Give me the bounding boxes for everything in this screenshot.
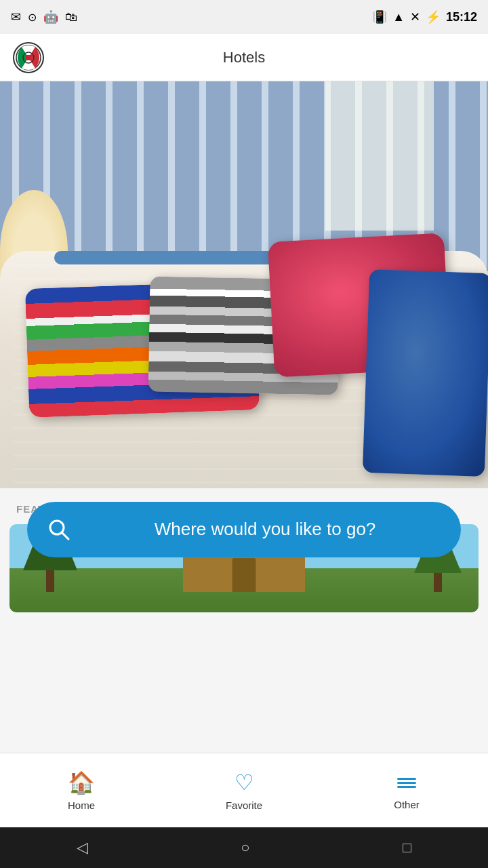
search-label: Where would you like to go? (85, 518, 445, 541)
menu-icon (397, 770, 416, 795)
window (325, 81, 434, 231)
status-icons-left: ✉ ⊙ 🤖 🛍 (11, 9, 77, 24)
app-bar: Hotels (0, 34, 488, 81)
battery-icon: ⚡ (426, 9, 441, 24)
circle-icon: ⊙ (28, 11, 37, 24)
android-icon: 🤖 (43, 9, 58, 24)
search-icon (43, 514, 75, 545)
favorite-label: Favorite (226, 800, 262, 811)
signal-icon: ✕ (410, 9, 420, 24)
nav-item-home[interactable]: 🏠 Home (0, 770, 163, 811)
status-icons-right: 📳 ▲ ✕ ⚡ 15:12 (372, 9, 477, 24)
home-label: Home (68, 800, 95, 811)
vibrate-icon: 📳 (372, 9, 387, 24)
nav-item-favorite[interactable]: ♡ Favorite (163, 770, 325, 811)
hero-image (0, 81, 488, 488)
wifi-icon: ▲ (392, 10, 405, 24)
status-bar: ✉ ⊙ 🤖 🛍 📳 ▲ ✕ ⚡ 15:12 (0, 0, 488, 34)
svg-rect-3 (26, 55, 31, 60)
page-title: Hotels (223, 49, 265, 66)
recents-button[interactable]: □ (403, 839, 411, 856)
bottom-nav: 🏠 Home ♡ Favorite Other (0, 753, 488, 827)
svg-line-5 (62, 532, 68, 539)
android-nav: ◁ ○ □ (0, 827, 488, 868)
hero-section (0, 81, 488, 488)
home-button[interactable]: ○ (241, 839, 249, 856)
nav-item-other[interactable]: Other (325, 770, 488, 810)
mail-icon: ✉ (11, 9, 21, 24)
other-label: Other (394, 799, 420, 810)
bag-icon: 🛍 (65, 10, 77, 24)
favorite-icon: ♡ (235, 770, 254, 795)
app-logo (12, 41, 45, 74)
pillow-blue (363, 269, 488, 477)
search-bar[interactable]: Where would you like to go? (27, 502, 461, 557)
back-button[interactable]: ◁ (77, 839, 88, 856)
clock: 15:12 (446, 10, 477, 24)
home-icon: 🏠 (68, 770, 95, 795)
